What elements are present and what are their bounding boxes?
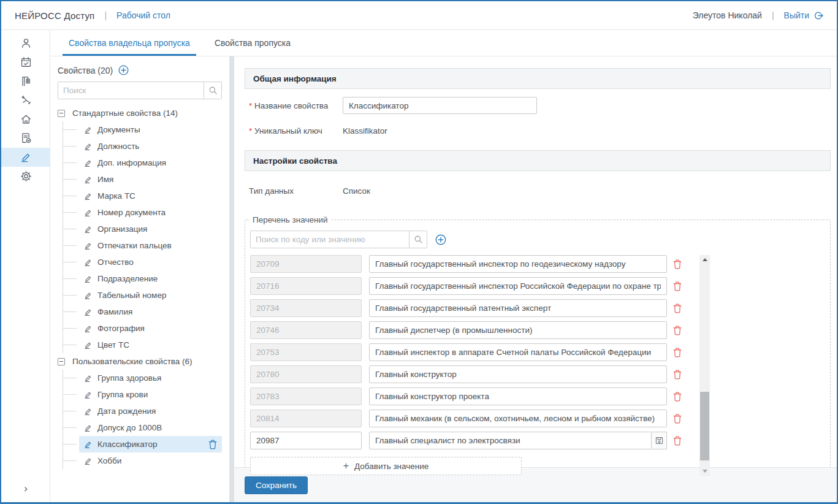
tree-item[interactable]: Организация [79,221,222,237]
tree-title: Свойства (20) [58,66,113,75]
data-type-label: Тип данных [249,186,343,196]
value-row [250,388,710,405]
delete-value-button[interactable] [673,326,682,335]
value-text-input[interactable] [369,410,667,427]
tree-group-header[interactable]: Стандартные свойства (14) [58,105,222,121]
logout-link[interactable]: Выйти [784,10,823,21]
tree-item[interactable]: Доп. информация [79,155,222,171]
pencil-icon [84,341,93,349]
collapse-icon[interactable] [58,358,65,365]
scrollbar-up-arrow[interactable] [699,255,710,264]
tree-search-input[interactable] [58,82,204,99]
tree-item[interactable]: Дата рождения [79,403,222,419]
delete-value-button[interactable] [673,370,682,380]
value-code-input[interactable] [250,432,362,449]
tree-group-header[interactable]: Пользовательские свойства (6) [58,353,222,370]
row-save-button[interactable] [652,432,667,449]
property-form-panel: Общая информация Название свойства Уника… [234,56,837,502]
logout-label: Выйти [784,10,809,20]
tree-item[interactable]: Допуск до 1000В [79,419,222,436]
delete-value-button[interactable] [673,348,682,357]
tab-card-owner-properties[interactable]: Свойства владельца пропуска [63,30,196,56]
value-text-input[interactable] [369,343,667,361]
pencil-icon [84,391,93,399]
values-fieldset: Перечень значений [245,215,831,486]
nav-turnstile-icon[interactable] [1,91,50,110]
tree-search-button[interactable] [204,82,222,99]
tree-item[interactable]: Отпечатки пальцев [79,237,222,254]
delete-value-button[interactable] [673,281,682,291]
tree-item[interactable]: Цвет ТС [79,337,222,353]
delete-value-button[interactable] [673,414,682,424]
value-code-input[interactable] [250,321,362,339]
value-row [250,321,710,339]
delete-value-button[interactable] [673,436,682,446]
delete-property-icon[interactable] [208,440,217,449]
tree-item[interactable]: Подразделение [79,270,222,287]
value-code-input[interactable] [250,365,362,383]
nav-pencil-icon[interactable] [1,148,50,167]
nav-document-check-icon[interactable] [1,129,50,148]
add-value-button[interactable]: + Добавить значение [250,457,522,475]
value-code-input[interactable] [250,388,362,405]
tree-item[interactable]: Номер документа [79,204,222,221]
tree-item[interactable]: Фамилия [79,304,222,320]
property-name-input[interactable] [343,97,537,114]
value-text-input[interactable] [369,432,652,449]
unique-key-label: Уникальный ключ [249,126,343,136]
tree-item[interactable]: Группа здоровья [79,370,222,386]
app-header: НЕЙРОСС Доступ | Рабочий стол Элеутов Ни… [1,1,837,30]
pencil-icon [84,208,93,217]
value-row [250,277,710,295]
nav-pass-card-icon[interactable] [1,72,50,91]
tree-item[interactable]: Группа крови [79,386,222,403]
tab-card-properties[interactable]: Свойства пропуска [208,30,297,56]
nav-user-icon[interactable] [1,34,50,53]
sidebar-expand-chevron[interactable]: › [1,483,50,495]
value-code-input[interactable] [250,255,362,273]
value-code-input[interactable] [250,277,362,295]
tree-item[interactable]: Табельный номер [79,287,222,304]
delete-value-button[interactable] [673,392,682,402]
value-text-input[interactable] [369,321,667,339]
tree-item[interactable]: Документы [79,121,222,138]
delete-value-button[interactable] [673,259,682,269]
nav-calendar-check-icon[interactable] [1,53,50,72]
values-search-button[interactable] [409,231,427,248]
tree-item[interactable]: Отчество [79,254,222,270]
collapse-icon[interactable] [58,110,65,117]
value-code-input[interactable] [250,299,362,317]
tree-item[interactable]: Хобби [79,452,222,469]
nav-gear-icon[interactable] [1,167,50,186]
value-text-input[interactable] [369,255,667,273]
value-text-input[interactable] [369,365,667,383]
scrollbar-thumb[interactable] [700,392,709,460]
header-separator: | [772,10,774,20]
delete-value-button[interactable] [673,304,682,313]
tree-item[interactable]: Классификатор [79,436,222,452]
scrollbar-down-arrow[interactable] [699,467,710,476]
add-value-icon-button[interactable] [435,234,446,245]
pencil-icon [84,175,93,184]
value-text-input[interactable] [369,388,667,405]
property-name-label: Название свойства [249,101,343,110]
value-row [250,365,710,383]
save-button[interactable]: Сохранить [245,476,308,494]
values-scrollbar[interactable] [699,255,710,476]
nav-home-icon[interactable] [1,110,50,129]
value-text-input[interactable] [369,299,667,317]
values-legend: Перечень значений [249,215,331,224]
desktop-link[interactable]: Рабочий стол [116,10,170,20]
add-property-button[interactable] [118,65,129,75]
tree-item[interactable]: Фотография [79,320,222,337]
values-search-input[interactable] [250,231,409,248]
value-text-input[interactable] [369,277,667,295]
tree-item[interactable]: Имя [79,171,222,188]
tabbar: Свойства владельца пропуска Свойства про… [50,30,837,56]
properties-tree-panel: Свойства (20) [50,56,229,502]
value-code-input[interactable] [250,410,362,427]
tree-item[interactable]: Марка ТС [79,188,222,204]
tree-item[interactable]: Должность [79,138,222,155]
value-row [250,343,710,361]
value-code-input[interactable] [250,343,362,361]
